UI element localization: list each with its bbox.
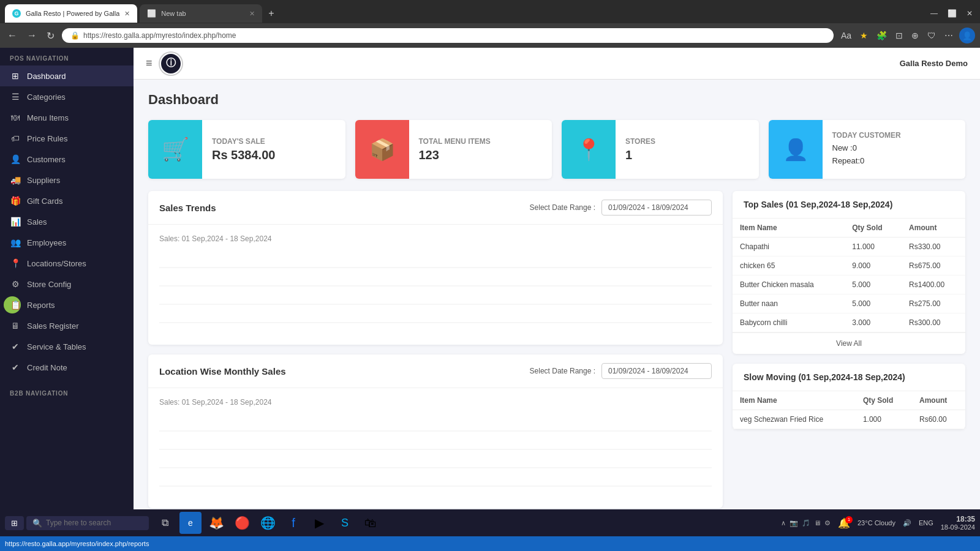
qty-sold: 9.000 [845,257,902,276]
taskbar-icon-red[interactable]: 🔴 [231,512,253,534]
service-tables-icon: ✔ [10,342,21,351]
todays-sale-text: TODAY'S SALE Rs 5384.00 [202,129,285,171]
sidebar-item-customers[interactable]: 👤 Customers [0,149,134,170]
sidebar-label-price-rules: Price Rules [27,134,67,143]
taskbar-language[interactable]: ENG [919,519,933,527]
taskbar-settings-icon[interactable]: ⚙ [824,519,831,527]
slow-moving-table: Item Name Qty Sold Amount veg Schezwan F… [733,391,965,429]
location-sales-date-range[interactable] [601,363,712,379]
sidebar-item-reports[interactable]: 📋 Reports [0,294,134,315]
taskbar-camera-icon[interactable]: 📷 [790,519,798,527]
sidebar-item-dashboard[interactable]: ⊞ Dashboard [0,66,134,86]
sidebar-item-suppliers[interactable]: 🚚 Suppliers [0,170,134,190]
sidebar-item-credit-note[interactable]: ✔ Credit Note [0,357,134,378]
split-icon[interactable]: ⊡ [893,28,905,43]
sales-trends-sub: Sales: 01 Sep,2024 - 18 Sep,2024 [159,234,712,243]
taskbar-volume-icon[interactable]: 🔊 [903,519,911,527]
sidebar-item-menu-items[interactable]: 🍽 Menu Items [0,107,134,128]
stat-card-todays-sale: 🛒 TODAY'S SALE Rs 5384.00 [148,120,345,179]
gift-cards-icon: 🎁 [10,196,21,206]
person-icon: 👤 [783,137,809,162]
sidebar-item-store-config[interactable]: ⚙ Store Config [0,274,134,294]
app-container: POS NAVIGATION ⊞ Dashboard ☰ Categories … [0,48,980,509]
slow-moving-title: Slow Moving (01 Sep,2024-18 Sep,2024) [744,372,954,382]
taskbar-icon-youtube[interactable]: ▶ [308,512,330,534]
sidebar-item-price-rules[interactable]: 🏷 Price Rules [0,128,134,149]
browser-tabs: G Galla Resto | Powered by Galla ✕ ⬜ New… [0,0,980,23]
tab-close-button[interactable]: ✕ [124,10,130,18]
start-button[interactable]: ⊞ [5,516,24,530]
address-bar[interactable]: 🔒 https://resto.galla.app/myresto/index.… [62,28,834,43]
sidebar-item-gift-cards[interactable]: 🎁 Gift Cards [0,190,134,211]
stat-card-stores: 📍 STORES 1 [562,120,759,179]
stats-row: 🛒 TODAY'S SALE Rs 5384.00 📦 TOTAL MENU I… [148,120,965,179]
app-logo: ⓘ [160,53,182,75]
top-sales-title: Top Sales (01 Sep,2024-18 Sep,2024) [744,200,954,209]
sidebar-item-categories[interactable]: ☰ Categories [0,86,134,107]
new-tab-title: New tab [161,10,186,17]
taskbar-notification-icon[interactable]: 🔔1 [838,517,850,529]
menu-icon[interactable]: ⋯ [942,28,956,43]
favorites-icon[interactable]: ★ [858,28,870,43]
stores-label: STORES [625,137,655,146]
sales-trends-controls: Select Date Range : [530,200,712,216]
item-name: chicken 65 [733,257,845,276]
amount: Rs330.00 [902,238,965,257]
stores-text: STORES 1 [616,129,665,171]
taskbar-icon-task-view[interactable]: ⧉ [154,512,176,534]
sidebar-item-service-tables[interactable]: ✔ Service & Tables [0,336,134,357]
forward-button[interactable]: → [24,28,39,43]
tab-title: Galla Resto | Powered by Galla [26,10,119,17]
chevron-up-icon[interactable]: ∧ [781,519,786,527]
refresh-button[interactable]: ↻ [44,28,57,44]
new-tab-button[interactable]: + [265,8,277,19]
profile-icon[interactable]: ⊕ [909,28,921,43]
minimize-button[interactable]: — [928,7,940,20]
sidebar-item-locations[interactable]: 📍 Locations/Stores [0,253,134,274]
taskbar-icon-skype[interactable]: S [334,512,356,534]
user-avatar-icon[interactable]: 👤 [959,28,975,43]
shield-icon[interactable]: 🛡 [925,28,938,43]
status-url: https://resto.galla.app/myresto/index.ph… [5,540,149,547]
categories-icon: ☰ [10,92,21,102]
menu-items-text: TOTAL MENU ITEMS 123 [409,129,500,171]
hamburger-button[interactable]: ≡ [146,57,153,70]
back-button[interactable]: ← [5,28,20,43]
taskbar-weather: 23°C Cloudy [858,519,895,527]
sales-trends-panel: Sales Trends Select Date Range : Sales: … [148,191,723,345]
maximize-button[interactable]: ⬜ [945,7,959,20]
taskbar-icon-edge[interactable]: e [179,512,202,534]
sidebar-label-suppliers: Suppliers [27,176,60,185]
topbar: ≡ ⓘ Galla Resto Demo [134,48,980,80]
top-sales-header: Top Sales (01 Sep,2024-18 Sep,2024) [733,191,965,219]
taskbar-icon-firefox[interactable]: 🦊 [205,512,227,534]
location-sales-chart [159,413,712,498]
close-button[interactable]: ✕ [964,7,975,20]
sales-trends-date-range[interactable] [601,200,712,216]
item-name: Babycorn chilli [733,313,845,332]
page-title: Dashboard [148,92,965,108]
dashboard-icon: ⊞ [10,71,21,81]
taskbar-media-icon[interactable]: 🎵 [802,519,810,527]
top-sales-view-all-button[interactable]: View All [733,332,965,354]
qty-sold: 3.000 [845,313,902,332]
extensions-icon[interactable]: 🧩 [874,28,889,43]
new-tab-close-button[interactable]: ✕ [249,10,255,18]
taskbar-icon-facebook[interactable]: f [282,512,304,534]
inactive-tab[interactable]: ⬜ New tab ✕ [140,4,262,23]
reader-icon[interactable]: Aa [839,28,854,43]
taskbar-icon-chrome[interactable]: 🌐 [257,512,279,534]
active-tab[interactable]: G Galla Resto | Powered by Galla ✕ [5,4,137,23]
amount: Rs300.00 [902,313,965,332]
todays-sale-value: Rs 5384.00 [212,148,275,162]
sidebar-item-employees[interactable]: 👥 Employees [0,232,134,253]
sidebar-item-sales-register[interactable]: 🖥 Sales Register [0,315,134,336]
menu-items-label: TOTAL MENU ITEMS [419,137,491,146]
taskbar-icon-store[interactable]: 🛍 [360,512,382,534]
taskbar-search-input[interactable] [46,519,132,527]
app-name: Galla Resto Demo [900,59,968,68]
amount: Rs675.00 [902,257,965,276]
taskbar-monitor-icon[interactable]: 🖥 [814,519,821,527]
sidebar-item-sales[interactable]: 📊 Sales [0,211,134,232]
stat-card-customers: 👤 TODAY CUSTOMER New :0 Repeat:0 [769,120,966,179]
